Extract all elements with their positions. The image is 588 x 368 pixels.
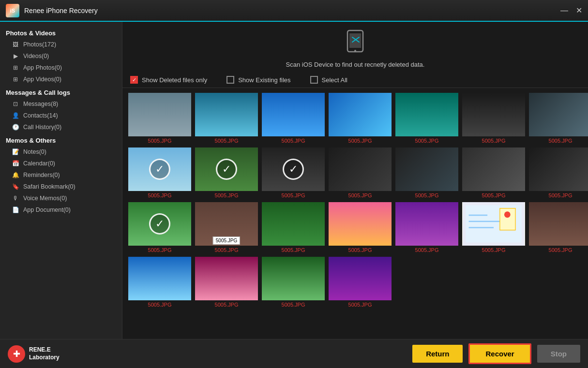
list-item[interactable]: 5005.JPG — [529, 202, 588, 253]
sidebar-item-call-history[interactable]: 🕐 Call History(0) — [0, 121, 122, 133]
list-item[interactable]: 5005.JPG — [395, 202, 458, 253]
filter-select-all[interactable]: Select All — [310, 76, 347, 84]
sidebar-item-photos[interactable]: 🖼 Photos(172) — [0, 39, 122, 50]
stop-button[interactable]: Stop — [537, 345, 580, 363]
check-overlay: ✓ — [216, 159, 237, 180]
list-item[interactable]: 5005.JPG — [262, 93, 325, 144]
photo-thumbnail[interactable] — [395, 147, 458, 191]
photo-filename: 5005.JPG — [282, 192, 305, 198]
filter-deleted[interactable]: ✓ Show Deleted files only — [130, 76, 207, 84]
sidebar-item-app-videos[interactable]: ⊞ App Videos(0) — [0, 74, 122, 85]
photo-thumbnail[interactable] — [195, 93, 258, 136]
close-button[interactable]: ✕ — [576, 7, 582, 15]
list-item[interactable]: 5005.JPG — [195, 93, 258, 144]
photo-thumbnail[interactable] — [529, 147, 588, 191]
photo-thumbnail[interactable]: ✓ — [195, 147, 258, 191]
sidebar-category-photos: Photos & Videos — [0, 26, 122, 39]
photo-thumbnail[interactable] — [395, 93, 458, 136]
svg-point-2 — [354, 50, 356, 52]
list-item[interactable]: 5005.JPG — [462, 93, 525, 144]
photo-thumbnail[interactable] — [128, 93, 191, 136]
filter-existing[interactable]: Show Existing files — [226, 76, 290, 84]
scan-prompt: Scan iOS Device to find out recnetly del… — [122, 22, 588, 72]
list-item[interactable]: 5005.JPG — [329, 202, 392, 253]
list-item[interactable]: 5005.JPG — [462, 147, 525, 198]
app-videos-icon: ⊞ — [12, 75, 19, 83]
photo-thumbnail[interactable] — [262, 202, 325, 246]
select-all-checkbox[interactable] — [310, 76, 318, 84]
renee-logo-icon: ✚ — [8, 345, 25, 363]
photo-thumbnail[interactable] — [329, 93, 392, 136]
list-item[interactable]: 5005.JPG — [395, 147, 458, 198]
check-overlay: ✓ — [149, 213, 170, 235]
list-item[interactable]: 5005.JPG — [329, 257, 392, 308]
svg-point-9 — [504, 211, 511, 218]
sidebar-item-calendar[interactable]: 📅 Calendar(0) — [0, 158, 122, 169]
sidebar-item-contacts[interactable]: 👤 Contacts(14) — [0, 110, 122, 121]
logo-text: RENE.E Laboratory — [29, 346, 60, 361]
list-item[interactable]: 5005.JPG — [329, 93, 392, 144]
photo-filename: 5005.JPG — [215, 192, 239, 198]
list-item[interactable]: ✓ 5005.JPG — [128, 147, 191, 198]
list-item[interactable]: 5005.JPG 5005.JPG — [195, 202, 258, 253]
list-item[interactable]: ✓ 5005.JPG — [128, 202, 191, 253]
minimize-button[interactable]: — — [560, 7, 568, 15]
list-item[interactable]: 5005.JPG — [529, 93, 588, 144]
list-item[interactable]: 5005.JPG — [262, 202, 325, 253]
photo-thumbnail[interactable] — [329, 257, 392, 300]
photo-thumbnail[interactable] — [529, 93, 588, 136]
photo-filename: 5005.JPG — [348, 138, 372, 144]
return-button[interactable]: Return — [412, 345, 463, 363]
sidebar-item-reminders[interactable]: 🔔 Reminders(0) — [0, 169, 122, 181]
list-item[interactable]: ✓ 5005.JPG — [262, 147, 325, 198]
list-item[interactable]: 5005.JPG — [262, 257, 325, 308]
list-item[interactable]: 5005.JPG — [462, 202, 525, 253]
recover-button[interactable]: Recover — [468, 343, 531, 364]
list-item[interactable]: 5005.JPG — [329, 147, 392, 198]
sidebar: Photos & Videos 🖼 Photos(172) ▶ Videos(0… — [0, 22, 122, 339]
photo-thumbnail[interactable] — [329, 147, 392, 191]
safari-icon: 🔖 — [12, 183, 19, 191]
sidebar-item-voice-memos[interactable]: 🎙 Voice Memos(0) — [0, 192, 122, 204]
photo-filename: 5005.JPG — [482, 138, 506, 144]
photo-thumbnail[interactable]: ✓ — [128, 147, 191, 191]
photo-thumbnail[interactable] — [329, 202, 392, 246]
list-item[interactable]: 5005.JPG — [128, 257, 191, 308]
sidebar-item-videos[interactable]: ▶ Videos(0) — [0, 50, 122, 62]
list-item[interactable]: 5005.JPG — [529, 147, 588, 198]
sidebar-item-safari[interactable]: 🔖 Safari Bookmark(0) — [0, 181, 122, 192]
main-layout: Photos & Videos 🖼 Photos(172) ▶ Videos(0… — [0, 22, 588, 339]
list-item[interactable]: 5005.JPG — [195, 257, 258, 308]
title-bar: iS Renee iPhone Recovery — ✕ — [0, 0, 588, 22]
deleted-checkbox[interactable]: ✓ — [130, 76, 138, 84]
existing-checkbox[interactable] — [226, 76, 234, 84]
photo-thumbnail[interactable] — [395, 202, 458, 246]
sidebar-item-app-document[interactable]: 📄 App Document(0) — [0, 204, 122, 216]
photo-thumbnail[interactable] — [462, 93, 525, 136]
svg-rect-1 — [349, 33, 361, 48]
filter-bar: ✓ Show Deleted files only Show Existing … — [122, 72, 588, 88]
sidebar-item-messages[interactable]: ⊡ Messages(8) — [0, 98, 122, 110]
photo-thumbnail[interactable] — [195, 257, 258, 300]
list-item[interactable]: 5005.JPG — [395, 93, 458, 144]
list-item[interactable]: 5005.JPG — [128, 93, 191, 144]
sidebar-item-notes[interactable]: 📝 Notes(0) — [0, 146, 122, 158]
phone-icon — [346, 29, 365, 58]
list-item[interactable]: ✓ 5005.JPG — [195, 147, 258, 198]
photo-filename: 5005.JPG — [549, 138, 573, 144]
photo-thumbnail[interactable]: 5005.JPG — [195, 202, 258, 246]
photo-filename: 5005.JPG — [549, 247, 573, 253]
photo-thumbnail[interactable] — [462, 202, 525, 246]
photo-thumbnail[interactable] — [128, 257, 191, 300]
photo-thumbnail[interactable]: ✓ — [262, 147, 325, 191]
svg-rect-6 — [469, 221, 500, 222]
sidebar-item-app-photos[interactable]: ⊞ App Photos(0) — [0, 62, 122, 74]
photo-thumbnail[interactable] — [262, 93, 325, 136]
photo-thumbnail[interactable] — [462, 147, 525, 191]
photo-thumbnail[interactable] — [529, 202, 588, 246]
photo-grid-wrapper[interactable]: 5005.JPG 5005.JPG 5005.JPG — [122, 88, 588, 339]
photo-filename: 5005.JPG — [348, 247, 372, 253]
contacts-icon: 👤 — [12, 112, 19, 119]
photo-thumbnail[interactable]: ✓ — [128, 202, 191, 246]
photo-thumbnail[interactable] — [262, 257, 325, 300]
